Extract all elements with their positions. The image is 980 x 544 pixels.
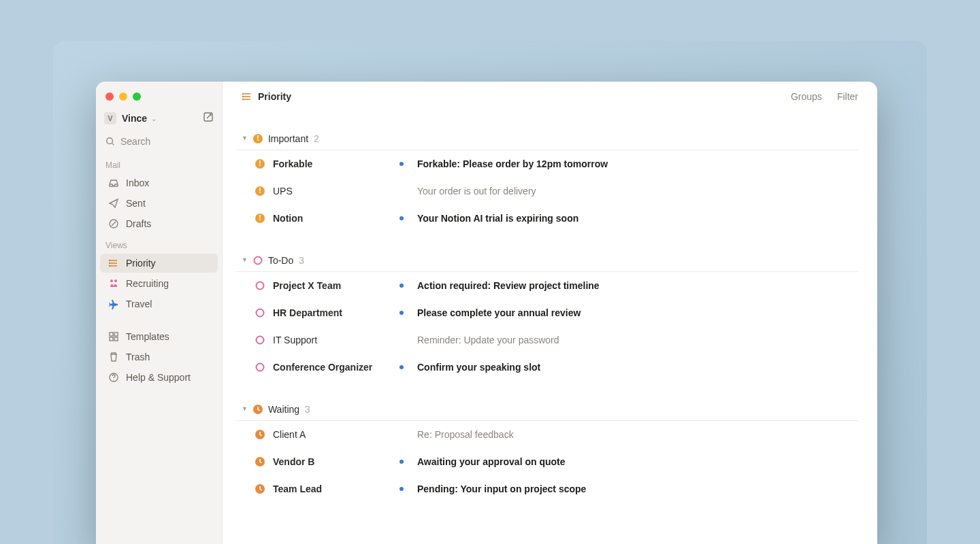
sidebar-item-inbox[interactable]: Inbox <box>100 173 218 192</box>
sent-icon <box>108 198 119 209</box>
message-subject: Awaiting your approval on quote <box>417 456 858 467</box>
travel-icon <box>108 299 119 309</box>
important-icon: ! <box>255 159 265 169</box>
group-rows: Client A Re: Proposal feedback Vendor B … <box>236 421 858 503</box>
message-row[interactable]: ! Notion Your Notion AI trial is expirin… <box>255 205 858 232</box>
sidebar-item-drafts[interactable]: Drafts <box>100 214 218 233</box>
group-rows: ! Forkable Forkable: Please order by 12p… <box>236 150 858 232</box>
group-name: To-Do <box>268 255 293 266</box>
message-row[interactable]: Conference Organizer Confirm your speaki… <box>255 354 858 381</box>
unread-dot <box>394 284 409 288</box>
caret-down-icon: ▼ <box>242 135 248 141</box>
sidebar-item-travel[interactable]: Travel <box>100 294 218 313</box>
group-count: 3 <box>299 255 304 266</box>
message-sender: Vendor B <box>273 456 386 467</box>
group-count: 3 <box>305 404 310 415</box>
sidebar-item-sent[interactable]: Sent <box>100 194 218 213</box>
message-subject: Please complete your annual review <box>417 307 858 318</box>
unread-dot <box>394 365 409 369</box>
sidebar-item-label: Travel <box>126 299 152 309</box>
filter-button[interactable]: Filter <box>837 91 858 102</box>
todo-icon <box>255 362 265 372</box>
message-row[interactable]: Vendor B Awaiting your approval on quote <box>255 448 858 475</box>
message-subject: Pending: Your input on project scope <box>417 483 858 494</box>
group-header[interactable]: ▼ ! Important 2 <box>236 133 858 150</box>
unread-dot <box>394 460 409 464</box>
unread-dot <box>394 216 409 220</box>
message-row[interactable]: IT Support Reminder: Update your passwor… <box>255 326 858 354</box>
message-subject: Your Notion AI trial is expiring soon <box>417 213 858 224</box>
waiting-icon <box>255 457 265 466</box>
group-name: Waiting <box>268 404 299 415</box>
message-list[interactable]: ▼ ! Important 2 ! Forkable Forkable: Ple… <box>223 107 877 544</box>
search-placeholder: Search <box>120 136 150 147</box>
message-subject: Your order is out for delivery <box>417 186 858 197</box>
main-header: Priority Groups Filter <box>223 82 877 107</box>
sidebar-item-label: Trash <box>126 352 150 362</box>
templates-icon <box>108 331 119 342</box>
window-minimize-icon[interactable] <box>119 92 127 101</box>
account-switcher[interactable]: V Vince ⌄ <box>96 109 222 129</box>
svg-text:!: ! <box>257 135 259 142</box>
message-sender: Team Lead <box>273 483 386 494</box>
todo-icon <box>255 281 265 290</box>
message-sender: Forkable <box>273 158 386 169</box>
unread-dot <box>394 311 409 315</box>
group-count: 2 <box>314 133 319 144</box>
svg-point-25 <box>257 282 264 290</box>
drafts-icon <box>108 218 119 229</box>
trash-icon <box>108 352 119 362</box>
sidebar-item-templates[interactable]: Templates <box>100 327 218 346</box>
caret-down-icon: ▼ <box>242 405 248 412</box>
important-icon: ! <box>255 214 265 223</box>
svg-point-4 <box>110 263 110 264</box>
sidebar-item-priority[interactable]: Priority <box>100 254 218 273</box>
page-title-text: Priority <box>258 91 291 102</box>
group-name: Important <box>268 133 308 144</box>
sidebar-item-recruiting[interactable]: Recruiting <box>100 274 218 293</box>
group-header[interactable]: ▼ To-Do 3 <box>236 255 858 272</box>
group-todo: ▼ To-Do 3 Project X Team Action required… <box>236 255 858 381</box>
priority-icon <box>108 258 119 269</box>
groups-button[interactable]: Groups <box>791 91 822 102</box>
message-row[interactable]: ! Forkable Forkable: Please order by 12p… <box>255 150 858 177</box>
sidebar-item-label: Help & Support <box>126 372 191 383</box>
svg-point-3 <box>110 260 110 261</box>
group-waiting: ▼ Waiting 3 Client A Re: Proposal feedba… <box>236 404 858 503</box>
sidebar-item-help[interactable]: Help & Support <box>100 368 218 387</box>
help-icon <box>108 372 119 383</box>
message-row[interactable]: ! UPS Your order is out for delivery <box>255 177 858 205</box>
sidebar-item-label: Sent <box>126 198 146 209</box>
svg-text:!: ! <box>259 160 261 167</box>
message-sender: Client A <box>273 429 386 440</box>
waiting-icon <box>253 405 263 414</box>
sidebar-item-label: Priority <box>126 258 156 269</box>
svg-point-24 <box>254 257 261 265</box>
recruiting-icon <box>108 278 119 289</box>
window-fullscreen-icon[interactable] <box>133 92 141 101</box>
window-close-icon[interactable] <box>105 92 114 101</box>
group-header[interactable]: ▼ Waiting 3 <box>236 404 858 421</box>
svg-point-7 <box>114 279 117 282</box>
svg-point-28 <box>257 364 264 371</box>
caret-down-icon: ▼ <box>242 256 248 263</box>
sidebar-section-mail: Mail <box>96 154 222 173</box>
sidebar-item-trash[interactable]: Trash <box>100 347 218 367</box>
search-input[interactable]: Search <box>96 129 222 154</box>
sidebar: V Vince ⌄ Search Mail Inbox Sent Drafts … <box>96 82 223 544</box>
mail-app-window: V Vince ⌄ Search Mail Inbox Sent Drafts … <box>96 82 877 544</box>
sidebar-item-label: Recruiting <box>126 278 169 289</box>
message-sender: HR Department <box>273 307 386 318</box>
sidebar-section-views: Views <box>96 234 222 253</box>
todo-icon <box>253 256 263 265</box>
message-row[interactable]: Project X Team Action required: Review p… <box>255 272 858 299</box>
message-row[interactable]: HR Department Please complete your annua… <box>255 299 858 326</box>
page-title: Priority <box>242 91 291 102</box>
svg-text:!: ! <box>259 187 261 194</box>
message-row[interactable]: Team Lead Pending: Your input on project… <box>255 475 858 503</box>
message-row[interactable]: Client A Re: Proposal feedback <box>255 421 858 448</box>
message-sender: Project X Team <box>273 280 386 291</box>
svg-point-14 <box>243 97 244 97</box>
compose-button[interactable] <box>203 112 214 125</box>
svg-point-5 <box>110 266 110 267</box>
